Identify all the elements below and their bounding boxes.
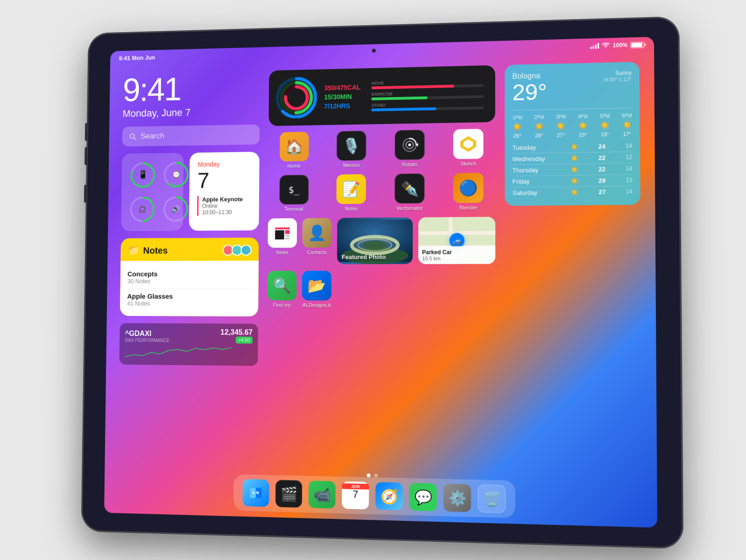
weather-hour-4pm: 4PM ☀️ 23° — [578, 114, 588, 138]
app-notes[interactable]: 📝 Notes — [325, 174, 377, 211]
weather-city: Bologna — [512, 71, 547, 81]
app-news[interactable]: News — [267, 218, 297, 255]
featured-photo-widget[interactable]: Featured Photo — [337, 217, 413, 264]
device-airpods: 🎧 — [129, 196, 155, 223]
device-homepod: 🔊 — [162, 196, 190, 223]
terminal-icon: $_ — [279, 175, 309, 205]
volume-down[interactable] — [84, 147, 87, 165]
contacts-icon: 👤 — [303, 218, 332, 248]
page-dot-2[interactable] — [374, 474, 378, 477]
weather-forecast: Tuesday ☀️ 24 14 Wednesday ☀️ 22 12 — [513, 140, 633, 198]
weather-temp: 29° — [512, 80, 547, 105]
maps-label: Parked Car — [422, 249, 492, 256]
app-aldesigns[interactable]: 📂 ALDesigns.it — [302, 271, 331, 308]
app-grid-row1: 🏠 Home 🎙️ Memos — [268, 129, 495, 169]
search-text: Search — [141, 132, 164, 141]
app-rotato[interactable]: Rotato — [383, 130, 436, 168]
activity-bars: MOVE EXERCISE STAND — [368, 78, 488, 112]
app-contacts[interactable]: 👤 Contacts — [302, 218, 331, 255]
forecast-wednesday: Wednesday ☀️ 22 12 — [513, 152, 633, 165]
app-row3-area: News 👤 Contacts — [267, 217, 495, 265]
ipad-device: 9:41 Mon Jun 100% — [82, 17, 683, 548]
dock: 🎬 📹 JUN 7 🧭 💬 ⚙️ — [233, 474, 515, 518]
note-title-2: Apple Glasses — [127, 292, 251, 300]
note-item-1[interactable]: Concepts 30 Notes — [127, 266, 252, 288]
cal-event-name: Apple Keynote — [202, 196, 251, 203]
notes-body: Concepts 30 Notes Apple Glasses 41 Notes — [120, 261, 259, 316]
dock-finder[interactable] — [242, 479, 269, 507]
notes-folder-icon: 📁 — [128, 245, 140, 256]
weather-hour-3pm: 3PM ☀️ 27° — [556, 114, 566, 138]
search-bar[interactable]: Search — [122, 125, 260, 147]
battery-fill — [632, 42, 642, 47]
devices-widget: 📱 ⌚ — [121, 153, 183, 231]
cal-day-number: 7 — [197, 169, 251, 191]
app-terminal[interactable]: $_ Terminal — [268, 175, 320, 212]
dock-finalcut[interactable]: 🎬 — [275, 480, 302, 508]
notes-avatars — [225, 245, 252, 256]
notes-icon: 📝 — [337, 174, 366, 204]
dock-calendar[interactable]: JUN 7 — [342, 481, 369, 509]
volume-up[interactable] — [85, 123, 88, 141]
devices-calendar-row: 📱 ⌚ — [121, 152, 259, 231]
weather-description: Sunny H:30° L:13° — [604, 70, 632, 83]
svg-point-26 — [408, 143, 411, 146]
activity-exercise: 15/30MIN — [324, 93, 360, 101]
forecast-tuesday: Tuesday ☀️ 24 14 — [513, 140, 633, 154]
dock-trash[interactable]: 🗑️ — [478, 484, 506, 513]
svg-text:📱: 📱 — [138, 169, 148, 180]
page-dot-1[interactable] — [366, 473, 370, 477]
activity-move: 350/475CAL — [324, 84, 360, 91]
weather-hour-6pm: 6PM ☀️ 17° — [622, 113, 632, 137]
power-button[interactable] — [84, 185, 87, 203]
memos-label: Memos — [343, 162, 360, 168]
avatar-3 — [240, 245, 251, 256]
note-item-2[interactable]: Apple Glasses 41 Notes — [127, 288, 251, 311]
svg-line-5 — [134, 138, 136, 140]
app-sketch[interactable]: Sketch — [442, 129, 495, 167]
maps-distance: 10.5 km — [422, 255, 492, 261]
aldesigns-label: ALDesigns.it — [303, 302, 331, 308]
forecast-thursday: Thursday ☀️ 22 14 — [513, 163, 633, 176]
left-column: 9:41 Monday, June 7 Search — [118, 71, 260, 470]
blender-label: Blender — [459, 205, 477, 210]
forecast-saturday: Saturday ☀️ 27 14 — [513, 186, 633, 198]
dock-safari[interactable]: 🧭 — [375, 482, 403, 510]
activity-rings — [276, 77, 317, 119]
notes-title: Notes — [143, 245, 168, 256]
activity-stand: 7/12HRS — [324, 102, 360, 110]
status-time: 9:41 Mon Jun — [119, 54, 155, 61]
dock-messages[interactable]: 💬 — [409, 483, 437, 511]
weather-hour-1pm: 1PM ☀️ 29° — [512, 115, 522, 139]
maps-parked-car[interactable]: 🚙 Parked Car 10.5 km — [418, 217, 495, 264]
stock-price: 12,345.67 — [220, 328, 253, 336]
news-icon — [267, 218, 297, 248]
forecast-friday: Friday ☀️ 29 13 — [513, 175, 633, 187]
cal-event-location: Online — [202, 203, 251, 210]
search-icon — [129, 133, 136, 140]
clock-widget: 9:41 Monday, June 7 — [122, 71, 260, 120]
svg-rect-1 — [593, 46, 594, 49]
middle-column: 350/475CAL 15/30MIN 7/12HRS MOVE EXERCIS… — [266, 65, 496, 476]
note-title-1: Concepts — [127, 270, 251, 278]
device-iphone: 📱 — [129, 161, 156, 189]
dock-settings[interactable]: ⚙️ — [443, 483, 471, 512]
terminal-label: Terminal — [284, 206, 303, 212]
activity-numbers: 350/475CAL 15/30MIN 7/12HRS — [324, 84, 360, 110]
battery-percent: 100% — [612, 42, 627, 49]
content-area: 9:41 Monday, June 7 Search — [105, 52, 657, 489]
app-blender[interactable]: 🔵 Blender — [442, 173, 495, 210]
app-memos[interactable]: 🎙️ Memos — [325, 131, 378, 168]
weather-widget: Bologna 29° Sunny H:30° L:13° 1PM ☀️ — [505, 62, 640, 206]
cal-event-time: 10:00–11:30 — [202, 209, 251, 216]
app-home[interactable]: 🏠 Home — [268, 132, 320, 169]
findmy-label: Find my — [273, 302, 291, 308]
app-findmy[interactable]: 🔍 Find my — [267, 271, 297, 308]
app-row4: 🔍 Find my 📂 ALDesigns.it — [267, 271, 496, 308]
app-vectornator[interactable]: ✒️ Vectornator — [383, 173, 436, 211]
dock-facetime[interactable]: 📹 — [309, 481, 336, 509]
calendar-widget: Monday 7 Apple Keynote Online 10:00–11:3… — [189, 152, 260, 231]
signal-icon — [591, 43, 599, 49]
memos-icon: 🎙️ — [337, 131, 366, 161]
stock-ticker: ^GDAXI — [125, 329, 170, 338]
